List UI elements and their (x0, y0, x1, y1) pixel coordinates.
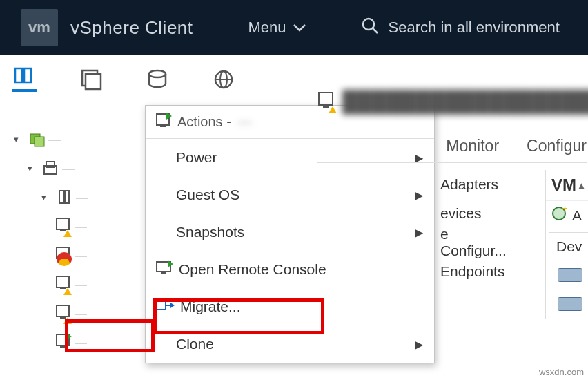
menu-label: Menu (248, 19, 286, 37)
nic-icon (558, 297, 582, 311)
svg-rect-15 (65, 191, 69, 203)
svg-rect-17 (60, 229, 66, 231)
globe-plus-icon: + (551, 206, 567, 225)
highlight-box-migrate (153, 298, 324, 334)
menu-dropdown[interactable]: Menu (248, 19, 306, 37)
menu-clone-label: Clone (176, 336, 214, 352)
panel-action-label: A (572, 207, 582, 224)
svg-point-0 (363, 19, 374, 30)
device-subpanel: Dev (549, 232, 588, 319)
search-icon (361, 17, 379, 39)
tree-vm-2[interactable]: — (4, 240, 152, 269)
menu-guest-os[interactable]: Guest OS ▶ (146, 176, 434, 213)
tab-hosts-clusters[interactable] (12, 67, 37, 92)
menu-guest-os-label: Guest OS (176, 187, 239, 203)
vm-icon (55, 217, 70, 236)
svg-line-1 (373, 28, 378, 33)
tree-vm-3[interactable]: — (4, 269, 152, 298)
svg-point-6 (149, 70, 166, 77)
tree-host[interactable]: ▾ — (4, 182, 152, 211)
svg-rect-18 (57, 247, 69, 258)
tree-vm4-label: — (75, 306, 87, 321)
svg-rect-35 (319, 93, 333, 105)
watermark: wsxdn.com (539, 367, 584, 377)
menu-open-console-label: Open Remote Console (179, 261, 326, 278)
chevron-down-icon (293, 19, 306, 37)
context-menu-header-target: — (238, 114, 252, 130)
search-box[interactable]: Search in all environment (361, 17, 560, 39)
panel-title: VM ▴ (546, 170, 588, 200)
svg-rect-21 (60, 287, 66, 289)
svg-rect-29 (160, 125, 166, 127)
expander-icon[interactable]: ▾ (28, 163, 39, 173)
row-config[interactable]: e Configur... (435, 228, 504, 257)
device-subpanel-header: Dev (549, 233, 588, 260)
svg-rect-2 (15, 68, 22, 82)
tree-host-label: — (76, 190, 88, 205)
menu-snapshots[interactable]: Snapshots ▶ (146, 213, 434, 251)
vm-running-icon (155, 113, 170, 131)
tree-vm1-label: — (75, 219, 87, 234)
svg-rect-5 (86, 74, 101, 89)
app-title: vSphere Client (70, 17, 193, 39)
tab-networking[interactable] (211, 67, 236, 92)
menu-power-label: Power (176, 149, 217, 166)
row-endpoints[interactable]: Endpoints (435, 257, 504, 286)
panel-title-text: VM (551, 175, 576, 195)
tree-vm-1[interactable]: — (4, 211, 152, 240)
tab-storage[interactable] (145, 67, 170, 92)
tree-dc-label: — (62, 161, 75, 175)
vmware-logo: vm (21, 9, 58, 46)
chevron-up-icon[interactable]: ▴ (579, 180, 584, 191)
svg-rect-14 (59, 191, 63, 203)
vm-icon (55, 275, 70, 294)
submenu-arrow-icon: ▶ (415, 226, 423, 239)
highlight-box-tree-vm (65, 319, 155, 352)
svg-rect-3 (24, 68, 31, 82)
tab-vms-templates[interactable] (79, 67, 104, 92)
svg-rect-22 (57, 305, 69, 316)
svg-rect-11 (35, 137, 44, 146)
svg-rect-31 (161, 272, 166, 274)
content-pane: ██████████████████ Monitor Configur Adap… (317, 83, 587, 170)
row-adapters[interactable]: Adapters (435, 170, 504, 199)
submenu-arrow-icon: ▶ (415, 338, 423, 351)
vm-icon (55, 246, 70, 265)
device-row-1[interactable] (549, 260, 588, 289)
svg-rect-20 (57, 276, 69, 287)
device-row-2[interactable] (549, 289, 588, 319)
tab-monitor[interactable]: Monitor (446, 137, 499, 155)
tree-vm3-label: — (75, 277, 87, 292)
tree-root-label: — (48, 132, 61, 146)
vm-icon (317, 91, 335, 112)
panel-action[interactable]: + A (546, 200, 588, 229)
svg-rect-19 (60, 258, 66, 260)
svg-rect-16 (57, 218, 69, 229)
tab-configure[interactable]: Configur (527, 137, 587, 155)
search-placeholder: Search in all environment (389, 19, 560, 37)
context-menu-header-prefix: Actions - (177, 114, 231, 130)
tree-vm2-label: — (75, 248, 87, 263)
svg-rect-36 (323, 106, 329, 108)
row-devices[interactable]: evices (435, 199, 504, 228)
submenu-arrow-icon: ▶ (415, 189, 423, 202)
tree-root[interactable]: ▾ — (4, 124, 152, 153)
top-bar: vm vSphere Client Menu Search in all env… (0, 0, 588, 55)
menu-snapshots-label: Snapshots (176, 224, 244, 240)
page-title: ██████████████████ (342, 90, 588, 113)
nic-icon (558, 268, 582, 282)
console-icon (155, 260, 172, 279)
expander-icon[interactable]: ▾ (41, 192, 52, 202)
svg-text:+: + (562, 204, 567, 213)
svg-rect-23 (60, 316, 66, 319)
expander-icon[interactable]: ▾ (14, 134, 25, 144)
tree-datacenter[interactable]: ▾ — (4, 153, 152, 182)
menu-open-remote-console[interactable]: Open Remote Console (146, 251, 434, 288)
